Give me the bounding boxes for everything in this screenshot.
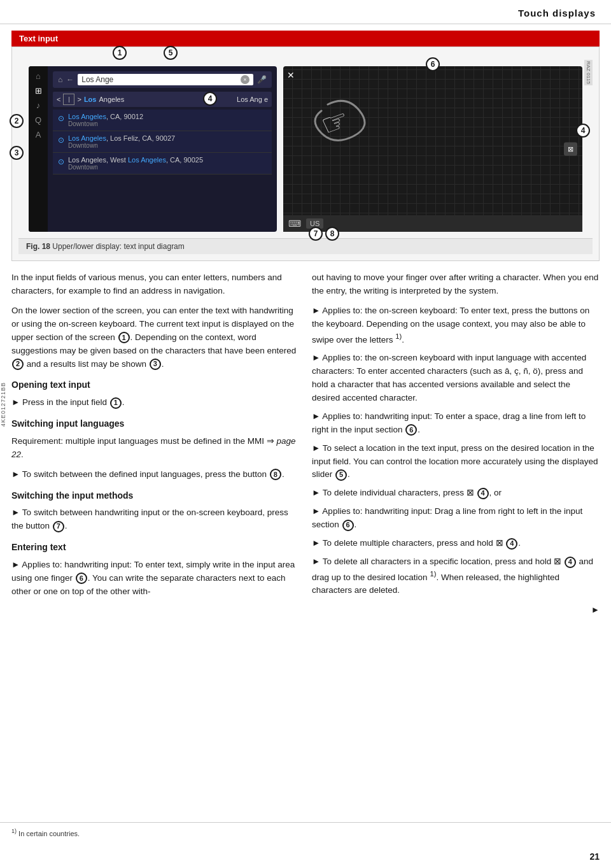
settings-icon[interactable]: Q	[35, 115, 41, 125]
bullet-switch-method-text: ► To switch between handwriting input or…	[11, 506, 299, 533]
nav-result-item-2: ⊙ Los Angeles, Los Feliz, CA, 90027 Down…	[53, 131, 272, 153]
nav-suggestion-text: Angeles	[99, 96, 124, 103]
pin-icon-3: ⊙	[58, 157, 64, 166]
section-title: Text input	[19, 34, 58, 43]
nav-clear-button[interactable]: ×	[241, 75, 249, 84]
nav-suggestion-full: Los Ang e	[237, 96, 268, 103]
bullet-r8: ► To delete all characters in a specific…	[312, 555, 600, 597]
bullet-r2-text: ► Applies to: the on-screen keyboard wit…	[312, 352, 600, 405]
bullet-switch-lang-text: ► To switch between the defined input la…	[11, 468, 299, 481]
nav-back-icon: ←	[66, 75, 74, 84]
ref-6-space: 6	[405, 424, 417, 436]
home-icon[interactable]: ⌂	[36, 71, 41, 81]
nav-voice-icon: 🎤	[257, 75, 267, 84]
bullet-entering-text: ► Applies to: handwriting input: To ente…	[11, 559, 299, 599]
content-p3: Requirement: multiple input languages mu…	[11, 435, 299, 462]
ref-8: 8	[270, 469, 281, 480]
bullet-r7: ► To delete multiple characters, press a…	[312, 537, 600, 550]
bullet-opening-text: ► Press in the input field 1.	[11, 396, 299, 409]
ref-3-inline: 3	[150, 359, 161, 370]
section-title-bar: Text input	[11, 31, 600, 46]
ref-1-open: 1	[110, 397, 122, 409]
bullet-r4-text: ► To select a location in the text input…	[312, 442, 600, 482]
highlight-3: Los Angeles	[128, 156, 166, 164]
diagram-container: 1 4 5 2 3 ⌂ ⊞ ♪ Q A ⌂	[11, 46, 600, 261]
page-header: Touch displays	[0, 0, 611, 24]
search-icon[interactable]: ⊞	[35, 86, 42, 96]
content-p2-period: .	[162, 359, 164, 369]
cursor-icon: |	[63, 94, 74, 105]
nav-result-item-1: ⊙ Los Angeles, CA, 90012 Downtown	[53, 110, 272, 131]
side-label: 4KE012721BB	[0, 382, 6, 427]
nav-result-2-sub: Downtown	[68, 142, 175, 149]
diagram-label-8: 8	[325, 227, 339, 241]
diagram-label-1: 1	[113, 46, 127, 60]
diagram-label-3: 3	[10, 146, 24, 160]
h-switching-lang: Switching input languages	[11, 417, 299, 431]
content-p1: In the input fields of various menus, yo…	[11, 271, 299, 298]
alpha-icon[interactable]: A	[36, 130, 41, 139]
diagram-label-6: 6	[426, 57, 440, 71]
nav-next-icon: >	[77, 96, 81, 103]
nav-input-field[interactable]: Los Ange ×	[78, 74, 253, 85]
footnote: 1) In certain countries.	[11, 828, 80, 837]
content-p2: On the lower section of the screen, you …	[11, 304, 299, 371]
delete-button[interactable]: ⊠	[564, 143, 577, 156]
nav-panel: ⌂ ⊞ ♪ Q A ⌂ ← Los Ange × 🎤	[29, 66, 277, 232]
ref-2-inline: 2	[12, 359, 24, 370]
bullet-switch-lang: ► To switch between the defined input la…	[11, 468, 299, 481]
nav-home-icon: ⌂	[58, 75, 62, 84]
bullet-r3: ► Applies to: handwriting input: To ente…	[312, 410, 600, 437]
footnote-ref: 1)	[11, 828, 17, 834]
nav-content: ⌂ ← Los Ange × 🎤 < | > Los	[53, 71, 272, 174]
ref-4-multi: 4	[506, 538, 517, 550]
nav-result-1-sub: Downtown	[68, 120, 143, 127]
keyboard-icon[interactable]: ⌨	[288, 218, 301, 229]
bullet-switch-method: ► To switch between handwriting input or…	[11, 506, 299, 533]
nav-prev-icon: <	[57, 96, 60, 103]
bullet-r6: ► Applies to: handwriting input: Drag a …	[312, 505, 600, 532]
highlight-2: Los Angeles	[68, 134, 106, 142]
nav-result-3-text: Los Angeles, West Los Angeles, CA, 90025…	[68, 156, 203, 171]
nav-result-item-3: ⊙ Los Angeles, West Los Angeles, CA, 900…	[53, 153, 272, 174]
nav-top-bar: ⌂ ← Los Ange × 🎤	[53, 71, 272, 88]
figure-caption: Fig. 18 Upper/lower display: text input …	[18, 238, 593, 254]
bullet-r8-text: ► To delete all characters in a specific…	[312, 555, 600, 597]
ref-6-drag: 6	[342, 520, 354, 531]
h-opening-text: Opening text input	[11, 378, 299, 392]
ref-6-enter: 6	[76, 573, 87, 584]
ref-4-all: 4	[565, 557, 576, 568]
bullet-r1-text: ► Applies to: the on-screen keyboard: To…	[312, 304, 600, 346]
content-area: In the input fields of various menus, yo…	[0, 261, 611, 627]
delete-icon: ⊠	[568, 145, 573, 153]
nav-result-2-text: Los Angeles, Los Feliz, CA, 90027 Downto…	[68, 134, 175, 149]
highlight-1: Los Angeles	[68, 113, 106, 120]
nav-result-3-sub: Downtown	[68, 164, 203, 171]
handwriting-panel: 6 4 7 8 ✕ ☞ ⊠ ⌨	[283, 66, 582, 232]
music-icon[interactable]: ♪	[36, 101, 41, 110]
bullet-r6-text: ► Applies to: handwriting input: Drag a …	[312, 505, 600, 532]
page-number: 21	[589, 851, 600, 862]
ref-1-inline: 1	[118, 332, 130, 343]
next-arrow: ►	[312, 604, 600, 617]
fig-caption-bold: Fig. 18	[26, 242, 50, 251]
bullet-r5: ► To delete individual characters, press…	[312, 487, 600, 500]
bullet-entering-text-content: ► Applies to: handwriting input: To ente…	[11, 559, 299, 599]
nav-result-1-text: Los Angeles, CA, 90012 Downtown	[68, 113, 143, 127]
content-r-p1: out having to move your finger over afte…	[312, 271, 600, 298]
ref-7: 7	[53, 521, 64, 532]
bullet-r7-text: ► To delete multiple characters, press a…	[312, 537, 600, 550]
bullet-r3-text: ► Applies to: handwriting input: To ente…	[312, 410, 600, 437]
bullet-r4: ► To select a location in the text input…	[312, 442, 600, 482]
page-footer: 1) In certain countries.	[0, 822, 611, 843]
diagram-label-4-left: 4	[203, 92, 217, 106]
close-icon[interactable]: ✕	[287, 70, 295, 80]
pin-icon-2: ⊙	[58, 136, 64, 145]
diagram-label-2: 2	[10, 114, 24, 128]
content-p2-end: and a results list may be shown	[24, 359, 149, 369]
page-title: Touch displays	[518, 8, 596, 18]
diagram-label-5: 5	[164, 46, 178, 60]
ref-5-slider: 5	[335, 469, 347, 481]
raz-label: RAZ 0115	[584, 60, 593, 85]
diagram-wrapper: 1 4 5 2 3 ⌂ ⊞ ♪ Q A ⌂	[18, 53, 593, 238]
